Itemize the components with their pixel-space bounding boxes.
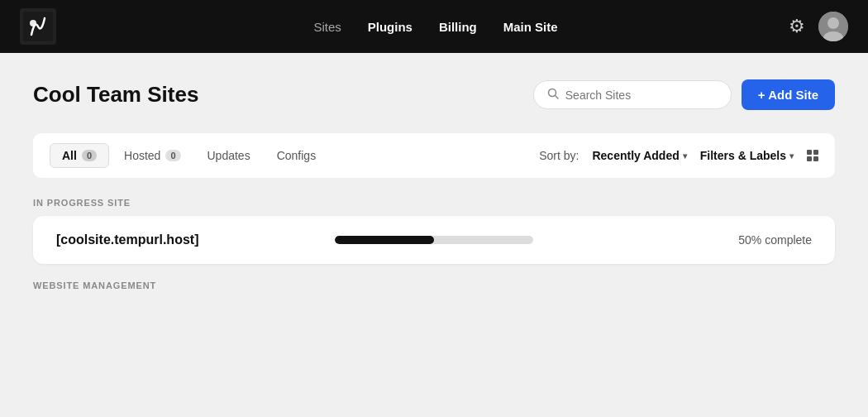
search-input[interactable] [565,89,718,102]
tab-configs-label: Configs [277,149,316,162]
in-progress-site-card: [coolsite.tempurl.host] 50% complete [33,216,835,264]
progress-bar-fill [335,236,434,244]
sort-chevron-icon: ▾ [683,151,687,161]
tab-updates[interactable]: Updates [196,144,262,167]
search-icon [547,88,559,102]
svg-point-3 [827,17,839,29]
header-right: + Add Site [533,79,835,110]
nav-links: Sites Plugins Billing Main Site [83,20,789,34]
filters-label: Filters & Labels [700,149,786,162]
filter-chevron-icon: ▾ [789,151,794,161]
progress-bar-background [335,236,533,244]
tab-hosted-label: Hosted [124,149,160,162]
svg-point-1 [30,20,36,26]
navbar: Sites Plugins Billing Main Site ⚙ [0,0,868,53]
nav-plugins[interactable]: Plugins [368,20,413,34]
tabs-row: All 0 Hosted 0 Updates Configs Sort by: … [33,133,835,178]
grid-dot-2 [813,150,818,155]
logo[interactable] [20,8,56,45]
tab-all-label: All [62,149,77,162]
site-status: 50% complete [623,233,813,247]
nav-sites[interactable]: Sites [313,20,341,34]
settings-icon[interactable]: ⚙ [789,16,805,37]
svg-line-6 [555,96,558,99]
add-site-button[interactable]: + Add Site [742,79,835,110]
tab-group: All 0 Hosted 0 Updates Configs [50,143,539,168]
main-content: Cool Team Sites + Add Site All 0 Hosted … [0,53,868,310]
website-management-label: WEBSITE MANAGEMENT [33,280,835,290]
sort-current: Recently Added [592,149,679,162]
tab-hosted-badge: 0 [165,150,180,161]
page-header: Cool Team Sites + Add Site [33,79,835,110]
user-avatar[interactable] [818,12,848,41]
in-progress-section-label: IN PROGRESS SITE [33,198,835,208]
tab-configs[interactable]: Configs [265,144,327,167]
grid-dot-3 [807,156,812,161]
grid-dot-4 [813,156,818,161]
tab-all-badge: 0 [82,150,97,161]
nav-billing[interactable]: Billing [439,20,477,34]
sort-select[interactable]: Recently Added ▾ [592,149,686,162]
sort-controls: Sort by: Recently Added ▾ Filters & Labe… [539,149,818,162]
tab-updates-label: Updates [207,149,250,162]
tab-all[interactable]: All 0 [50,143,109,168]
filters-select[interactable]: Filters & Labels ▾ [700,149,794,162]
search-box [533,80,732,109]
progress-bar-wrap [246,236,623,244]
grid-dot-1 [807,150,812,155]
grid-view-icon[interactable] [807,150,818,161]
page-title: Cool Team Sites [33,82,198,108]
tab-hosted[interactable]: Hosted 0 [112,144,192,167]
nav-main-site[interactable]: Main Site [503,20,558,34]
nav-right: ⚙ [789,12,848,41]
site-name: [coolsite.tempurl.host] [56,232,246,247]
sort-label: Sort by: [539,149,579,162]
